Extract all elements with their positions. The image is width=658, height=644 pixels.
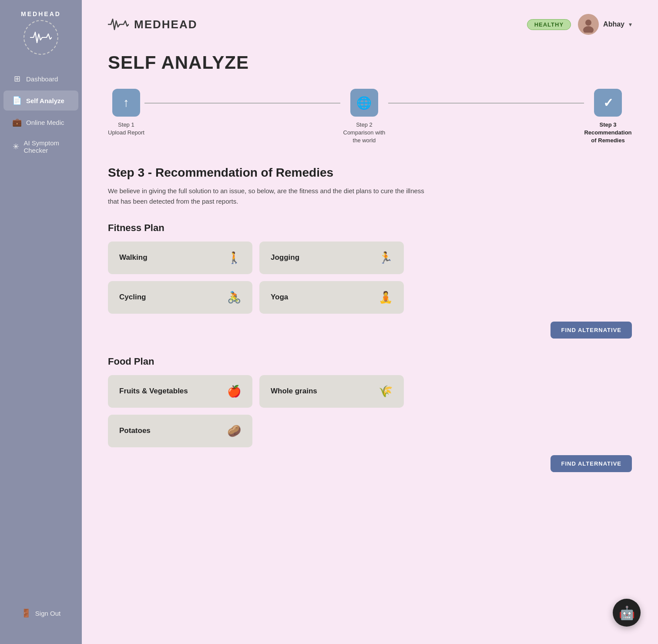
food-card-fruits-vegetables: Fruits & Vegetables 🍎 bbox=[108, 375, 252, 408]
chatbot-button[interactable]: 🤖 bbox=[613, 599, 641, 627]
header-right: HEALTHY Abhay ▾ bbox=[527, 14, 632, 35]
food-plan-section: Food Plan Fruits & Vegetables 🍎 Whole gr… bbox=[108, 356, 632, 472]
sidebar-nav: ⊞ Dashboard 📄 Self Analyze 💼 Online Medi… bbox=[0, 69, 82, 603]
fitness-card-yoga: Yoga 🧘 bbox=[259, 281, 404, 314]
health-badge: HEALTHY bbox=[527, 19, 571, 30]
sidebar-item-label-online-medic: Online Medic bbox=[26, 119, 64, 126]
online-medic-icon: 💼 bbox=[12, 117, 22, 127]
main-content: MEDHEAD HEALTHY Abhay ▾ SELF ANALYZE ↑ bbox=[82, 0, 658, 644]
food-find-alternative-button[interactable]: FIND ALTERNATIVE bbox=[551, 455, 632, 472]
sidebar-item-label-self-analyze: Self Analyze bbox=[26, 97, 64, 104]
step3-description: We believe in giving the full solution t… bbox=[108, 186, 430, 207]
sidebar-item-label-dashboard: Dashboard bbox=[26, 75, 58, 83]
step-3-label: Step 3 Recommendation of Remedies bbox=[584, 121, 632, 145]
sidebar: MEDHEAD ⊞ Dashboard 📄 Self Analyze 💼 Onl… bbox=[0, 0, 82, 644]
header: MEDHEAD HEALTHY Abhay ▾ bbox=[108, 14, 632, 35]
step-2: 🌐 Step 2 Comparison with the world bbox=[340, 89, 388, 145]
chevron-down-icon: ▾ bbox=[629, 21, 632, 28]
step-connector-1 bbox=[144, 103, 340, 104]
user-info[interactable]: Abhay ▾ bbox=[578, 14, 632, 35]
yoga-icon: 🧘 bbox=[379, 291, 393, 304]
step-1: ↑ Step 1 Upload Report bbox=[108, 89, 144, 137]
fitness-card-walking: Walking 🚶 bbox=[108, 242, 252, 274]
sidebar-logo-text: MEDHEAD bbox=[21, 10, 61, 17]
fitness-label-cycling: Cycling bbox=[119, 293, 146, 302]
fitness-find-alternative-button[interactable]: FIND ALTERNATIVE bbox=[551, 322, 632, 339]
sign-out-button[interactable]: 🚪 Sign Out bbox=[13, 603, 69, 623]
potatoes-icon: 🥔 bbox=[227, 424, 241, 438]
avatar bbox=[578, 14, 599, 35]
step-1-circle: ↑ bbox=[112, 89, 140, 117]
fitness-label-yoga: Yoga bbox=[271, 293, 288, 302]
user-name: Abhay bbox=[603, 20, 624, 28]
svg-point-1 bbox=[585, 20, 591, 26]
food-label-fruits-vegetables: Fruits & Vegetables bbox=[119, 387, 188, 396]
step-3: ✓ Step 3 Recommendation of Remedies bbox=[584, 89, 632, 145]
cycling-icon: 🚴 bbox=[227, 291, 241, 304]
fitness-plan-title: Fitness Plan bbox=[108, 222, 632, 234]
stepper: ↑ Step 1 Upload Report 🌐 Step 2 Comparis… bbox=[108, 89, 632, 145]
chatbot-icon: 🤖 bbox=[619, 605, 635, 621]
food-plan-title: Food Plan bbox=[108, 356, 632, 367]
fruits-vegetables-icon: 🍎 bbox=[227, 385, 241, 398]
fitness-plan-section: Fitness Plan Walking 🚶 Jogging 🏃 Cycling… bbox=[108, 222, 632, 339]
header-logo-text: MEDHEAD bbox=[134, 18, 197, 31]
fitness-card-jogging: Jogging 🏃 bbox=[259, 242, 404, 274]
sign-out-label: Sign Out bbox=[35, 610, 60, 617]
sidebar-logo-icon bbox=[24, 20, 58, 55]
sidebar-logo: MEDHEAD bbox=[21, 10, 61, 55]
header-logo: MEDHEAD bbox=[108, 17, 197, 31]
sidebar-item-online-medic[interactable]: 💼 Online Medic bbox=[3, 112, 78, 132]
whole-grains-icon: 🌾 bbox=[379, 385, 393, 398]
ai-symptom-checker-icon: ✳ bbox=[12, 142, 19, 151]
food-label-potatoes: Potatoes bbox=[119, 426, 151, 435]
fitness-label-walking: Walking bbox=[119, 253, 148, 262]
fitness-card-cycling: Cycling 🚴 bbox=[108, 281, 252, 314]
dashboard-icon: ⊞ bbox=[12, 74, 22, 84]
sign-out-icon: 🚪 bbox=[21, 608, 31, 618]
sidebar-item-label-ai-symptom-checker: AI Symptom Checker bbox=[24, 139, 70, 154]
step-connector-2 bbox=[388, 103, 584, 104]
walking-icon: 🚶 bbox=[227, 251, 241, 265]
self-analyze-icon: 📄 bbox=[12, 96, 22, 105]
fitness-label-jogging: Jogging bbox=[271, 253, 299, 262]
food-plan-grid: Fruits & Vegetables 🍎 Whole grains 🌾 Pot… bbox=[108, 375, 404, 447]
food-card-potatoes: Potatoes 🥔 bbox=[108, 415, 252, 447]
step-2-label: Step 2 Comparison with the world bbox=[340, 121, 388, 145]
page-title: SELF ANALYZE bbox=[108, 52, 632, 73]
step-1-label: Step 1 Upload Report bbox=[108, 121, 144, 137]
sidebar-item-self-analyze[interactable]: 📄 Self Analyze bbox=[3, 91, 78, 111]
food-card-whole-grains: Whole grains 🌾 bbox=[259, 375, 404, 408]
step-3-circle: ✓ bbox=[594, 89, 622, 117]
jogging-icon: 🏃 bbox=[379, 251, 393, 265]
food-label-whole-grains: Whole grains bbox=[271, 387, 317, 396]
sidebar-item-dashboard[interactable]: ⊞ Dashboard bbox=[3, 69, 78, 89]
step3-heading: Step 3 - Recommendation of Remedies bbox=[108, 166, 632, 180]
fitness-plan-grid: Walking 🚶 Jogging 🏃 Cycling 🚴 Yoga 🧘 bbox=[108, 242, 404, 314]
sidebar-item-ai-symptom-checker[interactable]: ✳ AI Symptom Checker bbox=[3, 134, 78, 159]
step-2-circle: 🌐 bbox=[350, 89, 378, 117]
